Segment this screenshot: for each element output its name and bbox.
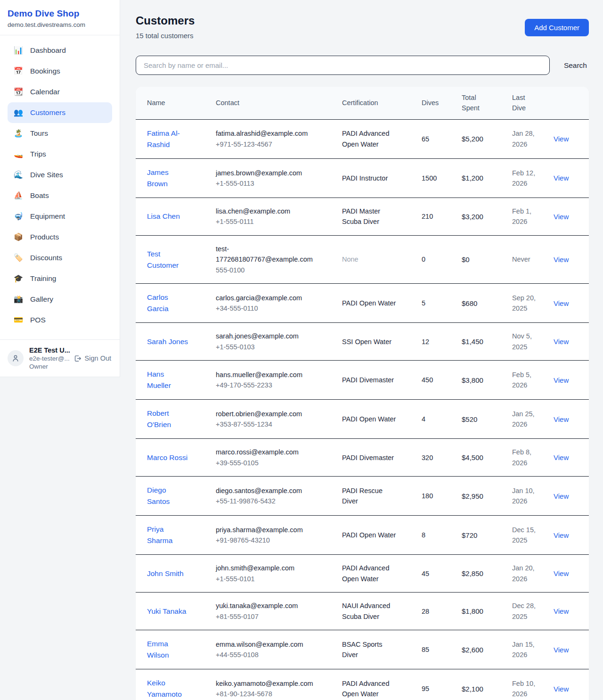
sidebar-item-dashboard[interactable]: 📊 Dashboard [8, 40, 112, 61]
contact-cell: lisa.chen@example.com +1-555-0111 [216, 198, 342, 236]
customer-name-link[interactable]: Emma Wilson [147, 638, 189, 661]
sidebar-nav: 📊 Dashboard 📅 Bookings 📆 Calendar 👥 Cust… [0, 35, 120, 335]
customer-total-spent: $1,200 [462, 158, 512, 198]
contact-cell: emma.wilson@example.com +44-555-0108 [216, 630, 342, 669]
customer-last-dive: Feb 8, 2026 [512, 447, 542, 468]
customer-total-spent: $680 [462, 284, 512, 323]
customer-last-dive: Feb 1, 2026 [512, 206, 542, 227]
view-link[interactable]: View [554, 453, 569, 461]
search-input[interactable] [136, 56, 550, 75]
customer-total-spent: $4,500 [462, 439, 512, 477]
customer-dives: 12 [422, 323, 462, 361]
customer-total-spent: $5,200 [462, 119, 512, 158]
add-customer-button[interactable]: Add Customer [525, 19, 589, 36]
customers-icon: 👥 [13, 109, 24, 116]
sidebar-item-customers[interactable]: 👥 Customers [8, 102, 112, 123]
customer-name-link[interactable]: Diego Santos [147, 485, 189, 507]
sidebar-item-calendar[interactable]: 📆 Calendar [8, 82, 112, 102]
customer-last-dive: Feb 12, 2026 [512, 168, 542, 189]
customer-name-link[interactable]: Carlos Garcia [147, 292, 189, 314]
sign-out-button[interactable]: Sign Out [73, 354, 112, 362]
customer-email: priya.sharma@example.com [216, 525, 318, 535]
table-row: John Smith john.smith@example.com +1-555… [136, 555, 589, 593]
view-link[interactable]: View [554, 415, 569, 423]
contact-cell: james.brown@example.com +1-555-0113 [216, 158, 342, 198]
customer-name-link[interactable]: Priya Sharma [147, 524, 189, 546]
view-link[interactable]: View [554, 685, 569, 693]
contact-cell: test-1772681807767@example.com 555-0100 [216, 235, 342, 283]
page-header-text: Customers 15 total customers [136, 14, 195, 40]
table-row: Yuki Tanaka yuki.tanaka@example.com +81-… [136, 593, 589, 630]
sidebar-item-label: Bookings [30, 67, 60, 75]
customer-phone: +1-555-0101 [216, 574, 318, 584]
customer-dives: 0 [422, 235, 462, 283]
view-link[interactable]: View [554, 135, 569, 143]
table-row: James Brown james.brown@example.com +1-5… [136, 158, 589, 198]
user-email: e2e-tester@... [29, 355, 68, 362]
column-header-total-spent: Total Spent [462, 87, 512, 119]
view-link[interactable]: View [554, 376, 569, 384]
view-link[interactable]: View [554, 174, 569, 182]
view-link[interactable]: View [554, 338, 569, 346]
sidebar-item-products[interactable]: 📦 Products [8, 227, 112, 247]
customer-last-dive: Dec 28, 2025 [512, 601, 542, 622]
sidebar-item-boats[interactable]: ⛵ Boats [8, 185, 112, 206]
sidebar-item-bookings[interactable]: 📅 Bookings [8, 61, 112, 82]
table-row: Hans Mueller hans.mueller@example.com +4… [136, 361, 589, 400]
customer-dives: 8 [422, 516, 462, 555]
view-link[interactable]: View [554, 255, 569, 264]
equipment-icon: 🤿 [13, 213, 24, 220]
contact-cell: priya.sharma@example.com +91-98765-43210 [216, 516, 342, 555]
customer-name-link[interactable]: Keiko Yamamoto [147, 677, 189, 700]
customer-name-link[interactable]: Sarah Jones [147, 336, 188, 347]
sidebar-item-label: Dashboard [30, 46, 66, 55]
customer-name-link[interactable]: Test Customer [147, 248, 189, 271]
sidebar-item-equipment[interactable]: 🤿 Equipment [8, 206, 112, 227]
customer-phone: +44-555-0108 [216, 650, 318, 660]
table-row: Keiko Yamamoto keiko.yamamoto@example.co… [136, 669, 589, 700]
customer-last-dive: Jan 20, 2026 [512, 563, 542, 584]
customer-name-link[interactable]: Robert O'Brien [147, 408, 189, 430]
search-button[interactable]: Search [562, 61, 589, 70]
contact-cell: john.smith@example.com +1-555-0101 [216, 555, 342, 593]
customer-phone: +34-555-0110 [216, 303, 318, 313]
customer-name-link[interactable]: Marco Rossi [147, 452, 187, 463]
sidebar-item-label: Equipment [30, 212, 65, 221]
customer-phone: +1-555-0103 [216, 342, 318, 352]
contact-cell: diego.santos@example.com +55-11-99876-54… [216, 477, 342, 516]
customer-dives: 85 [422, 630, 462, 669]
view-link[interactable]: View [554, 569, 569, 577]
customer-phone: +39-555-0105 [216, 458, 318, 468]
customer-last-dive: Never [512, 254, 542, 264]
sidebar-item-discounts[interactable]: 🏷️ Discounts [8, 247, 112, 268]
customer-email: lisa.chen@example.com [216, 206, 318, 216]
user-box: E2E Test U... e2e-tester@... Owner Sign … [0, 339, 120, 377]
gallery-icon: 📸 [13, 296, 24, 303]
customer-name-link[interactable]: James Brown [147, 167, 189, 189]
sidebar-item-dive-sites[interactable]: 🌊 Dive Sites [8, 165, 112, 185]
sidebar-item-gallery[interactable]: 📸 Gallery [8, 289, 112, 310]
customer-name-link[interactable]: Fatima Al-Rashid [147, 128, 189, 150]
customer-name-link[interactable]: John Smith [147, 568, 184, 579]
dashboard-icon: 📊 [13, 47, 24, 54]
sidebar-item-training[interactable]: 🎓 Training [8, 268, 112, 289]
customer-last-dive: Jan 10, 2026 [512, 486, 542, 507]
customer-name-link[interactable]: Yuki Tanaka [147, 606, 186, 617]
customer-certification: BSAC Sports Diver [342, 639, 398, 660]
view-link[interactable]: View [554, 531, 569, 539]
view-link[interactable]: View [554, 213, 569, 221]
column-header-last-dive: Last Dive [512, 87, 554, 119]
sidebar-item-tours[interactable]: 🏝️ Tours [8, 123, 112, 144]
customer-name-link[interactable]: Hans Mueller [147, 369, 189, 391]
sidebar-item-pos[interactable]: 💳 POS [8, 310, 112, 330]
column-header-dives: Dives [422, 87, 462, 119]
customer-name-link[interactable]: Lisa Chen [147, 211, 180, 222]
view-link[interactable]: View [554, 646, 569, 654]
sidebar-item-trips[interactable]: 🚤 Trips [8, 144, 112, 165]
customer-certification: PADI Divemaster [342, 453, 398, 463]
view-link[interactable]: View [554, 299, 569, 307]
contact-cell: carlos.garcia@example.com +34-555-0110 [216, 284, 342, 323]
view-link[interactable]: View [554, 492, 569, 500]
view-link[interactable]: View [554, 607, 569, 615]
customer-last-dive: Dec 15, 2025 [512, 525, 542, 546]
